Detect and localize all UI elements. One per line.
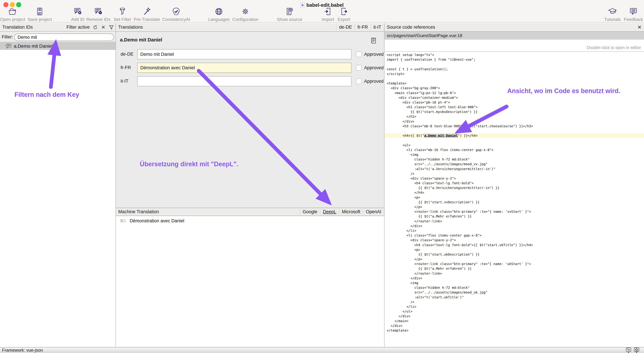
language-tabs: de-DEfr-FRit-IT [336,23,384,31]
code-line: {{ $t("a.Mehr erfahren") }} [384,266,644,271]
feedback-button[interactable]: Feedback [624,7,643,22]
entry-id-title: a.Demo mit Daniel [120,37,162,43]
code-line: <main class="lg:px-12 lg:pb-6"> [384,91,644,95]
code-line: <router-link class="btn-primary" :to="{ … [384,262,644,266]
translation-input-de[interactable] [137,49,352,59]
import-button[interactable]: Import [322,7,334,22]
minimize-button[interactable] [10,2,15,7]
translation-input-it[interactable] [137,76,352,86]
translation-input-fr[interactable] [137,63,352,73]
code-line: </p> [384,257,644,262]
add-id-button[interactable]: Add ID [71,7,84,22]
code-line: <h4 class="text-lg font-bold"> [384,181,644,186]
comment-bubble-icon [6,44,12,49]
provider-tab-google[interactable]: Google [300,209,320,215]
filter-funnel-icon[interactable] [109,25,114,30]
show-source-button[interactable]: Show source [277,7,302,22]
code-line: <template> [384,81,644,86]
tutorials-button[interactable]: Tutorials [604,7,621,22]
language-label-fr: fr-FR [120,65,131,70]
code-line: </p> [384,205,644,209]
framework-label: Framework: vue-json [2,347,43,353]
code-line: <div class="bg-gray-200"> [384,86,644,91]
code-line [384,62,644,67]
clear-filter-icon[interactable]: ✕ [101,25,106,30]
zoom-button[interactable] [16,2,21,7]
code-line: </li> [384,304,644,309]
code-line: class="hidden h-72 md:block" [384,285,644,290]
pre-translate-button[interactable]: Pre-Translate [134,7,160,22]
translation-row-fr: fr-FR Approved [116,63,384,73]
approved-checkbox-it[interactable] [356,78,362,84]
code-line: </router-link> [384,271,644,276]
graduation-cap-icon [608,7,617,16]
translations-content: a.Demo mit Daniel de-DE Approved fr-FR A… [116,32,384,208]
speech-bubble-icon [629,7,638,16]
translation-row-it: it-IT Approved [116,76,384,86]
status-bubble-star-icon[interactable] [634,347,639,353]
code-line: {{ $t("start.vvDescription") }} [384,200,644,205]
approved-checkbox-de[interactable] [356,52,362,57]
code-line [384,129,644,133]
close-panel-icon[interactable]: ✕ [638,24,644,30]
save-project-button[interactable]: Save project [28,7,52,22]
translation-id-label: a.Demo mit Daniel [14,44,52,49]
highlighted-translation-key: a.Demo mit Daniel [424,134,458,138]
status-bubble-tilde-icon[interactable] [626,347,631,353]
translations-header: Translations de-DEfr-FRit-IT [116,23,384,32]
code-line: </li> [384,228,644,233]
code-line: :alt="t('a.Versicherungsvermittler/-in')… [384,167,644,171]
code-line: <li class="mb-16 flex items-center gap-x… [384,148,644,152]
consistency-ai-button[interactable]: ConsistencyAI [162,7,190,22]
code-line: {{ $t("a.Mehr erfahren") }} [384,214,644,219]
gear-icon [241,7,250,16]
code-line: </div> [384,314,644,319]
mt-shortcut-badge: ⌘1 [120,219,126,223]
approved-checkbox-fr[interactable] [356,65,362,71]
close-button[interactable] [3,2,8,7]
filter-input[interactable] [14,34,114,41]
remove-ids-button[interactable]: Remove IDs [86,7,110,22]
code-line: <div class="container-medium"> [384,95,644,100]
code-line: </main> [384,319,644,323]
panel-divider-right[interactable] [384,23,384,347]
translation-id-list-item[interactable]: a.Demo mit Daniel [0,43,116,50]
code-line: </h1> [384,114,644,119]
code-line: </template> [384,328,644,333]
set-filter-button[interactable]: Set Filter [114,7,131,22]
languages-button[interactable]: Languages [208,7,230,22]
refresh-icon[interactable] [93,25,98,30]
magic-wand-icon [142,7,152,16]
source-code-view[interactable]: <script setup lang="ts">import { useTran… [384,53,644,347]
export-button[interactable]: Export [338,7,350,22]
source-reference-path[interactable]: src/pages/start/GuestStartPage.vue:18 [384,32,644,40]
titlebar-toolbar: b babel-edit.babel Open project Save pro… [0,0,644,23]
funnel-icon [118,7,127,16]
provider-tab-microsoft[interactable]: Microsoft [339,209,363,215]
document-eye-icon [285,7,294,16]
provider-tab-openai[interactable]: OpenAI [363,209,384,215]
panel-divider-left[interactable] [116,23,116,347]
language-tab-fr-FR[interactable]: fr-FR [355,24,370,30]
code-line: <div class="pb-10 pt-4"> [384,100,644,105]
mt-suggestion-text: Démonstration avec Daniel [130,218,184,223]
brain-check-icon [172,7,181,16]
code-line: <h4 class="text-lg font-bold">{{ $t("sta… [384,243,644,247]
language-tab-it-IT[interactable]: it-IT [371,24,384,30]
mt-suggestion-row[interactable]: ⌘1 Démonstration avec Daniel [116,217,384,224]
code-line: <router-link class="btn-primary" :to="{ … [384,209,644,214]
code-line: /> [384,171,644,176]
source-separator [384,52,644,52]
provider-tab-deepl[interactable]: DeepL [320,209,339,215]
code-line: <div class="space-y-2"> [384,176,644,181]
code-line: <p> [384,195,644,200]
code-line: </router-link> [384,219,644,224]
code-line: <script setup lang="ts"> [384,53,644,57]
configuration-button[interactable]: Configuration [232,7,258,22]
comment-note-icon[interactable] [371,38,376,44]
code-line: {{ $t("start.ukDescription") }} [384,252,644,257]
language-tab-de-DE[interactable]: de-DE [336,24,355,30]
open-project-button[interactable]: Open project [0,7,25,22]
code-line: </div> [384,276,644,281]
approved-label-fr: Approved [364,65,384,71]
